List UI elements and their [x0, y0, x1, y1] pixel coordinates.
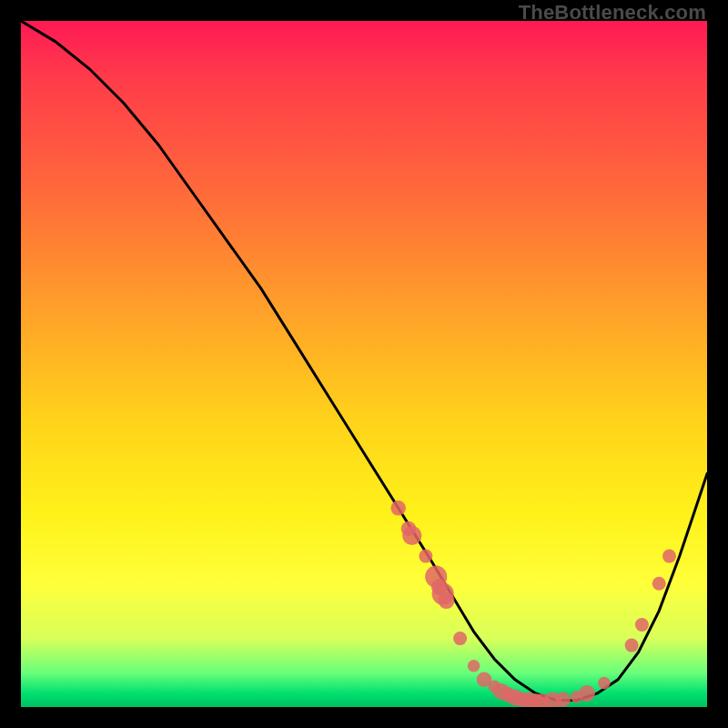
chart-marker — [390, 500, 406, 516]
chart-markers — [390, 500, 676, 707]
chart-marker — [652, 577, 666, 591]
chart-curve — [21, 21, 707, 701]
chart-plot-area — [21, 21, 707, 707]
chart-marker — [402, 526, 421, 545]
watermark-text: TheBottleneck.com — [519, 1, 706, 25]
chart-marker — [625, 639, 639, 652]
chart-svg — [21, 21, 707, 707]
chart-marker — [662, 550, 676, 563]
chart-marker — [419, 550, 432, 563]
chart-marker — [598, 677, 611, 690]
chart-marker — [453, 632, 467, 645]
chart-marker — [468, 660, 480, 672]
chart-marker — [635, 618, 649, 632]
chart-marker — [439, 592, 455, 609]
chart-marker — [555, 692, 571, 707]
chart-stage: TheBottleneck.com — [0, 0, 728, 728]
chart-marker — [579, 685, 595, 702]
